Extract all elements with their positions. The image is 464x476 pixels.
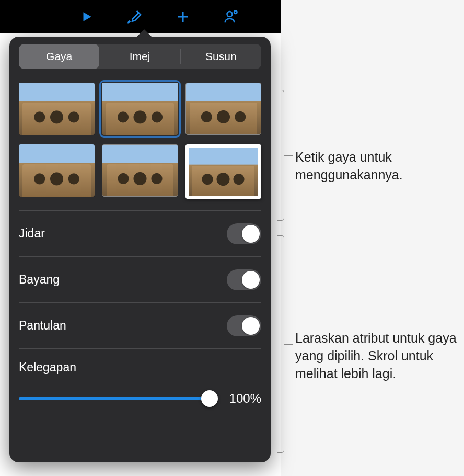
row-border[interactable]: Jidar — [19, 210, 261, 256]
format-tabs: Gaya Imej Susun — [19, 44, 261, 69]
tab-image[interactable]: Imej — [99, 44, 180, 69]
plus-icon[interactable] — [175, 8, 191, 25]
callout-text: Ketik gaya untuk menggunakannya. — [295, 149, 457, 184]
style-controls: Jidar Bayang Pantulan Kelegapan — [19, 210, 261, 407]
tab-label: Gaya — [46, 50, 72, 63]
tab-style[interactable]: Gaya — [19, 44, 99, 69]
control-label: Kelegapan — [19, 360, 261, 375]
control-label: Jidar — [19, 226, 45, 241]
control-label: Bayang — [19, 273, 60, 287]
row-shadow[interactable]: Bayang — [19, 256, 261, 302]
style-preset[interactable] — [185, 83, 261, 135]
style-preset[interactable] — [185, 144, 261, 199]
shadow-toggle[interactable] — [227, 269, 261, 290]
collaborate-icon[interactable] — [223, 8, 239, 25]
tab-arrange[interactable]: Susun — [181, 44, 261, 69]
control-label: Pantulan — [19, 319, 66, 333]
callout-text: Laraskan atribut untuk gaya yang dipilih… — [295, 330, 462, 382]
tab-label: Susun — [205, 50, 237, 63]
svg-point-0 — [227, 12, 233, 17]
reflection-toggle[interactable] — [227, 315, 261, 336]
format-popover: Gaya Imej Susun Jidar Bayang Pantulan — [9, 37, 271, 462]
style-preset[interactable] — [19, 83, 95, 135]
svg-point-1 — [234, 11, 237, 14]
tab-label: Imej — [130, 50, 150, 63]
callout-bracket — [277, 235, 284, 453]
opacity-slider[interactable] — [19, 390, 217, 407]
callout-bracket — [277, 90, 284, 221]
row-reflection[interactable]: Pantulan — [19, 302, 261, 348]
brush-icon[interactable] — [126, 8, 143, 25]
canvas-area: Gaya Imej Susun Jidar Bayang Pantulan — [0, 33, 281, 476]
slider-knob[interactable] — [201, 390, 218, 407]
app-toolbar — [0, 0, 281, 33]
row-opacity: Kelegapan 100% — [19, 348, 261, 407]
play-icon[interactable] — [78, 8, 95, 25]
style-preset[interactable] — [102, 83, 178, 135]
style-presets-grid — [19, 83, 261, 208]
border-toggle[interactable] — [227, 223, 261, 244]
opacity-value: 100% — [225, 391, 261, 406]
style-preset[interactable] — [102, 144, 178, 197]
style-preset[interactable] — [19, 144, 95, 197]
